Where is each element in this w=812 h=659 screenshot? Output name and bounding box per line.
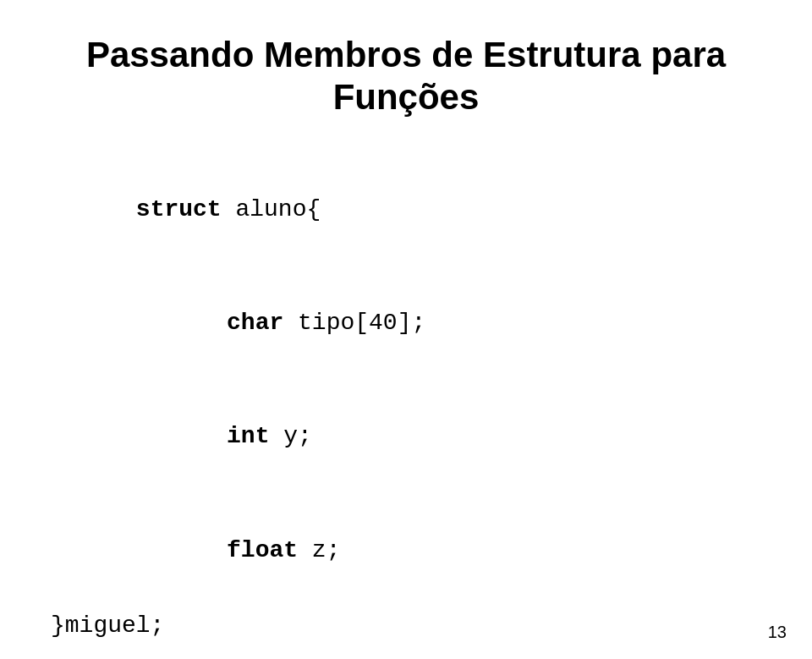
title-line1: Passando Membros de Estrutura para — [86, 35, 726, 74]
page-number: 13 — [768, 623, 787, 642]
int-field: y; — [269, 423, 311, 449]
code-int-line: int y; — [85, 381, 770, 494]
code-char-line: char tipo[40]; — [85, 266, 770, 380]
struct-keyword: struct — [136, 196, 222, 222]
float-field: z; — [298, 537, 340, 563]
slide-title: Passando Membros de Estrutura para Funçõ… — [42, 34, 770, 119]
code-block: struct aluno{ char tipo[40]; int y; floa… — [51, 153, 770, 645]
char-keyword: char — [170, 310, 283, 336]
code-struct-line: struct aluno{ — [51, 153, 770, 266]
code-close-brace: }miguel; — [51, 607, 770, 645]
struct-name: aluno{ — [222, 196, 321, 222]
char-field: tipo[40]; — [283, 310, 425, 336]
float-keyword: float — [170, 537, 298, 563]
code-float-line: float z; — [85, 494, 770, 607]
title-line2: Funções — [333, 77, 480, 117]
int-keyword: int — [170, 423, 270, 449]
slide-container: Passando Membros de Estrutura para Funçõ… — [0, 0, 812, 659]
